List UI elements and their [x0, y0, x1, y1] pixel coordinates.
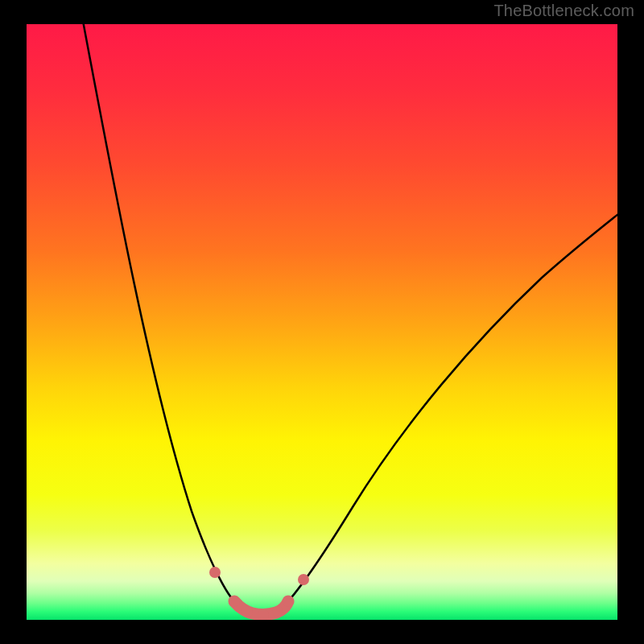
optimal-point [242, 606, 253, 617]
optimal-point [229, 596, 240, 607]
optimal-point [272, 606, 283, 617]
optimal-point [209, 567, 221, 578]
watermark-text: TheBottleneck.com [493, 2, 634, 20]
bottleneck-curve-left [80, 24, 234, 601]
chart-frame: TheBottleneck.com [0, 0, 644, 644]
bottleneck-curve-right [288, 208, 617, 601]
curve-layer [27, 24, 617, 620]
plot-area [27, 24, 617, 620]
optimal-point [298, 574, 309, 585]
optimal-point [283, 596, 294, 607]
